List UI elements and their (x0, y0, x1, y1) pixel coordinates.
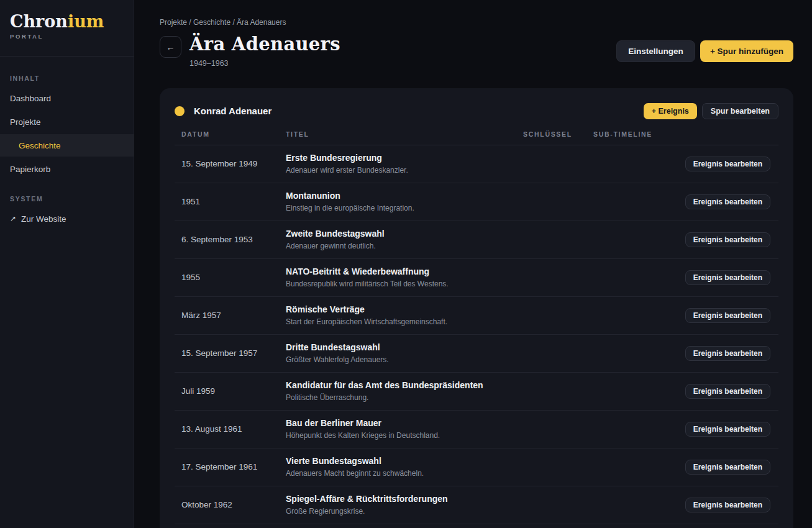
column-header-titel: TITEL (286, 130, 523, 138)
edit-event-button[interactable]: Ereignis bearbeiten (685, 384, 770, 399)
table-row: 1951 Montanunion Einstieg in die europäi… (175, 183, 778, 221)
settings-button[interactable]: Einstellungen (616, 40, 695, 62)
event-title-cell: NATO-Beitritt & Wiederbewaffnung Bundesr… (286, 266, 523, 288)
event-title: Erste Bundesregierung (286, 153, 523, 163)
event-description: Adenauer gewinnt deutlich. (286, 242, 523, 250)
event-date: 1955 (175, 273, 286, 282)
edit-event-button[interactable]: Ereignis bearbeiten (685, 346, 770, 361)
breadcrumb[interactable]: Projekte / Geschichte / Ära Adenauers (160, 18, 793, 27)
nav-section-inhalt: INHALT (0, 70, 134, 86)
event-title: Dritte Bundestagswahl (286, 342, 523, 352)
table-row: 13. August 1961 Bau der Berliner Mauer H… (175, 411, 778, 448)
column-header-sub-timeline: SUB-TIMELINE (593, 130, 685, 138)
event-description: Große Regierungskrise. (286, 507, 523, 516)
event-actions-cell: Ereignis bearbeiten (685, 498, 778, 512)
external-link-icon: ↗ (10, 214, 16, 223)
table-row: 1955 NATO-Beitritt & Wiederbewaffnung Bu… (175, 259, 778, 297)
event-description: Politische Überraschung. (286, 393, 523, 402)
event-date: Juli 1959 (175, 386, 286, 396)
event-date: 15. September 1949 (175, 159, 286, 168)
event-title-cell: Dritte Bundestagswahl Größter Wahlerfolg… (286, 342, 523, 364)
event-description: Adenauers Macht beginnt zu schwächeln. (286, 469, 523, 478)
add-track-button[interactable]: + Spur hinzufügen (700, 40, 793, 62)
event-date: 13. August 1961 (175, 424, 286, 434)
event-title-cell: Kandidatur für das Amt des Bundespräside… (286, 380, 523, 402)
main-content: Projekte / Geschichte / Ära Adenauers ← … (134, 0, 812, 528)
brand-name-accent: ium (68, 12, 104, 31)
brand-name: Chronium (10, 12, 124, 31)
edit-event-button[interactable]: Ereignis bearbeiten (685, 232, 770, 247)
event-title-cell: Bau der Berliner Mauer Höhepunkt des Kal… (286, 418, 523, 440)
event-actions-cell: Ereignis bearbeiten (685, 422, 778, 437)
back-arrow-icon: ← (167, 42, 175, 52)
event-date: 17. September 1961 (175, 462, 286, 471)
event-description: Größter Wahlerfolg Adenauers. (286, 355, 523, 364)
event-title: Römische Verträge (286, 304, 523, 314)
event-title: Vierte Bundestagswahl (286, 456, 523, 466)
event-date: 1951 (175, 197, 286, 206)
page-title: Ära Adenauers (189, 35, 340, 55)
brand-subtitle: PORTAL (10, 33, 124, 40)
event-title: Zweite Bundestagswahl (286, 229, 523, 239)
table-row: 15. September 1949 Erste Bundesregierung… (175, 145, 778, 183)
edit-event-button[interactable]: Ereignis bearbeiten (685, 498, 770, 512)
event-title-cell: Montanunion Einstieg in die europäische … (286, 191, 523, 212)
column-header-schluessel: SCHLÜSSEL (523, 130, 593, 138)
event-description: Start der Europäischen Wirtschaftsgemein… (286, 317, 523, 326)
edit-event-button[interactable]: Ereignis bearbeiten (685, 422, 770, 437)
edit-track-button[interactable]: Spur bearbeiten (702, 103, 778, 119)
event-actions-cell: Ereignis bearbeiten (685, 157, 778, 171)
event-title-cell: Erste Bundesregierung Adenauer wird erst… (286, 153, 523, 175)
sidebar-item-zur-website[interactable]: ↗ Zur Website (0, 207, 134, 230)
event-title: Bau der Berliner Mauer (286, 418, 523, 428)
table-row: 17. September 1961 Vierte Bundestagswahl… (175, 448, 778, 486)
event-title-cell: Zweite Bundestagswahl Adenauer gewinnt d… (286, 229, 523, 250)
back-button[interactable]: ← (160, 36, 181, 58)
event-actions-cell: Ereignis bearbeiten (685, 346, 778, 361)
event-date: 15. September 1957 (175, 348, 286, 358)
edit-event-button[interactable]: Ereignis bearbeiten (685, 194, 770, 209)
page-subtitle: 1949–1963 (189, 59, 340, 68)
event-description: Höhepunkt des Kalten Krieges in Deutschl… (286, 431, 523, 440)
event-table: 15. September 1949 Erste Bundesregierung… (160, 145, 793, 524)
edit-event-button[interactable]: Ereignis bearbeiten (685, 460, 770, 475)
brand-logo[interactable]: Chronium PORTAL (0, 0, 134, 57)
sidebar-item-projekte[interactable]: Projekte (0, 110, 134, 134)
event-description: Bundesrepublik wird militärisch Teil des… (286, 280, 523, 288)
event-title: NATO-Beitritt & Wiederbewaffnung (286, 266, 523, 276)
table-header-row: DATUM TITEL SCHLÜSSEL SUB-TIMELINE (175, 130, 778, 145)
column-header-actions (685, 130, 778, 138)
event-actions-cell: Ereignis bearbeiten (685, 384, 778, 399)
event-title-cell: Vierte Bundestagswahl Adenauers Macht be… (286, 456, 523, 478)
sidebar: Chronium PORTAL INHALT Dashboard Projekt… (0, 0, 134, 528)
event-actions-cell: Ereignis bearbeiten (685, 460, 778, 475)
sidebar-item-geschichte[interactable]: Geschichte (0, 134, 134, 157)
sidebar-item-label: Zur Website (21, 214, 66, 224)
event-actions-cell: Ereignis bearbeiten (685, 270, 778, 285)
track-card-header: Konrad Adenauer + Ereignis Spur bearbeit… (160, 88, 793, 119)
track-card-actions: + Ereignis Spur bearbeiten (644, 103, 778, 119)
event-title-cell: Spiegel-Affäre & Rücktrittsforderungen G… (286, 494, 523, 516)
event-title: Spiegel-Affäre & Rücktrittsforderungen (286, 494, 523, 504)
table-row: 6. September 1953 Zweite Bundestagswahl … (175, 221, 778, 259)
event-date: März 1957 (175, 311, 286, 320)
event-title-cell: Römische Verträge Start der Europäischen… (286, 304, 523, 326)
nav-section-system: SYSTEM (0, 191, 134, 207)
sidebar-nav: INHALT Dashboard Projekte Geschichte Pap… (0, 57, 134, 230)
table-row: 15. September 1957 Dritte Bundestagswahl… (175, 335, 778, 373)
sidebar-item-papierkorb[interactable]: Papierkorb (0, 157, 134, 181)
edit-event-button[interactable]: Ereignis bearbeiten (685, 270, 770, 285)
track-name: Konrad Adenauer (194, 106, 271, 116)
event-actions-cell: Ereignis bearbeiten (685, 194, 778, 209)
page-header-actions: Einstellungen + Spur hinzufügen (616, 40, 793, 62)
add-event-button[interactable]: + Ereignis (644, 103, 697, 119)
event-description: Einstieg in die europäische Integration. (286, 204, 523, 212)
sidebar-item-dashboard[interactable]: Dashboard (0, 86, 134, 110)
track-card: Konrad Adenauer + Ereignis Spur bearbeit… (160, 88, 793, 528)
event-title: Kandidatur für das Amt des Bundespräside… (286, 380, 523, 390)
edit-event-button[interactable]: Ereignis bearbeiten (685, 308, 770, 323)
page-header: ← Ära Adenauers 1949–1963 Einstellungen … (160, 35, 793, 68)
edit-event-button[interactable]: Ereignis bearbeiten (685, 157, 770, 171)
event-actions-cell: Ereignis bearbeiten (685, 232, 778, 247)
table-row: März 1957 Römische Verträge Start der Eu… (175, 297, 778, 335)
